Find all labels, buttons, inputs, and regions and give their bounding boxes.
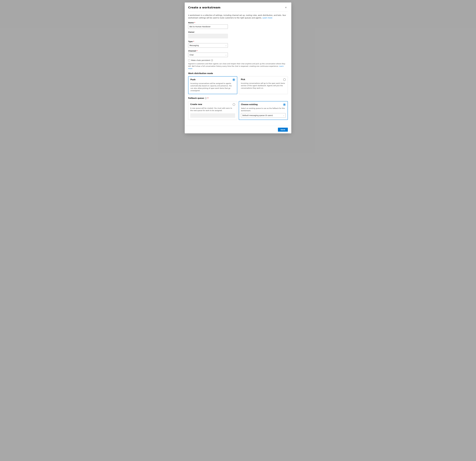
channel-field-group: Channel * Chat Email Live Chat SMS Voice… (188, 50, 288, 57)
work-distribution-grid: Push Incoming conversations will be assi… (188, 76, 288, 94)
modal-header: Create a workstream ✕ (185, 2, 291, 11)
pick-card-header: Pick (241, 78, 286, 81)
channel-select[interactable]: Chat Email Live Chat SMS Voice (188, 53, 228, 57)
fallback-select-wrapper: Default messaging queue (0 users) ⌄ (241, 113, 286, 118)
type-select-wrapper: Messaging Voice ⌄ (188, 43, 228, 48)
work-distribution-title: Work distribution mode (188, 72, 288, 74)
choose-existing-card-title: Choose existing (241, 103, 258, 106)
push-card-header: Push (190, 79, 235, 81)
modal-title: Create a workstream (188, 6, 221, 9)
name-input[interactable] (188, 25, 228, 29)
create-new-card-title: Create new (190, 103, 202, 106)
persistent-info-icon[interactable]: i (211, 59, 213, 61)
persistent-checkbox-row: Make chats persistent i (188, 59, 288, 61)
fallback-info-icon[interactable]: i (205, 97, 207, 99)
fallback-queue-grid: Create new A new queue will be created. … (188, 101, 288, 120)
pick-card-desc: Incoming conversations will go to the op… (241, 82, 286, 89)
channel-required-star: * (197, 50, 197, 52)
create-workstream-modal: Create a workstream ✕ A workstream is a … (185, 2, 291, 133)
create-new-radio[interactable] (233, 103, 235, 106)
name-field-group: Name * (188, 22, 288, 29)
close-button[interactable]: ✕ (284, 5, 288, 9)
push-radio[interactable] (233, 79, 235, 81)
type-field-group: Type * Messaging Voice ⌄ (188, 41, 288, 48)
choose-existing-card-header: Choose existing (241, 103, 286, 106)
push-card-title: Push (190, 79, 196, 81)
choose-existing-radio[interactable] (283, 103, 286, 106)
owner-input[interactable] (188, 34, 228, 38)
create-new-card[interactable]: Create new A new queue will be created. … (188, 101, 237, 120)
persistent-description: Signed-in customers and their agents can… (188, 63, 288, 70)
modal-footer: Save (185, 126, 291, 133)
modal-body: A workstream is a collection of settings… (185, 11, 291, 126)
pick-radio[interactable] (283, 78, 286, 81)
pick-card[interactable]: Pick Incoming conversations will go to t… (239, 76, 288, 94)
channel-select-wrapper: Chat Email Live Chat SMS Voice ⌄ (188, 53, 228, 57)
push-card-desc: Incoming conversations will be assigned … (190, 82, 235, 92)
type-select[interactable]: Messaging Voice (188, 43, 228, 48)
type-required-star: * (193, 41, 194, 42)
name-required-star: * (194, 22, 195, 24)
description-text: A workstream is a collection of settings… (188, 14, 288, 19)
pick-card-title: Pick (241, 78, 245, 81)
create-new-card-header: Create new (190, 103, 235, 106)
name-label: Name * (188, 22, 288, 24)
fallback-queue-select[interactable]: Default messaging queue (0 users) (241, 113, 286, 118)
fallback-header-row: Fallback queue i * (188, 97, 288, 99)
description-learn-more-link[interactable]: Learn more (263, 17, 272, 19)
persistent-label: Make chats persistent i (191, 59, 213, 61)
save-button[interactable]: Save (278, 128, 288, 132)
fallback-required-star: * (207, 97, 208, 99)
owner-label: Owner (188, 31, 288, 33)
fallback-queue-title: Fallback queue (188, 97, 204, 99)
modal-overlay: Create a workstream ✕ A workstream is a … (0, 0, 476, 461)
owner-field-group: Owner (188, 31, 288, 38)
choose-existing-card[interactable]: Choose existing Select an existing queue… (239, 101, 288, 120)
type-label: Type * (188, 41, 288, 42)
create-new-card-desc: A new queue will be created. You must ad… (190, 107, 235, 112)
channel-label: Channel * (188, 50, 288, 52)
choose-existing-card-desc: Select an existing queue to use as the f… (241, 107, 286, 112)
push-card[interactable]: Push Incoming conversations will be assi… (188, 76, 237, 94)
persistent-checkbox[interactable] (188, 59, 190, 61)
create-new-textarea (190, 113, 235, 118)
